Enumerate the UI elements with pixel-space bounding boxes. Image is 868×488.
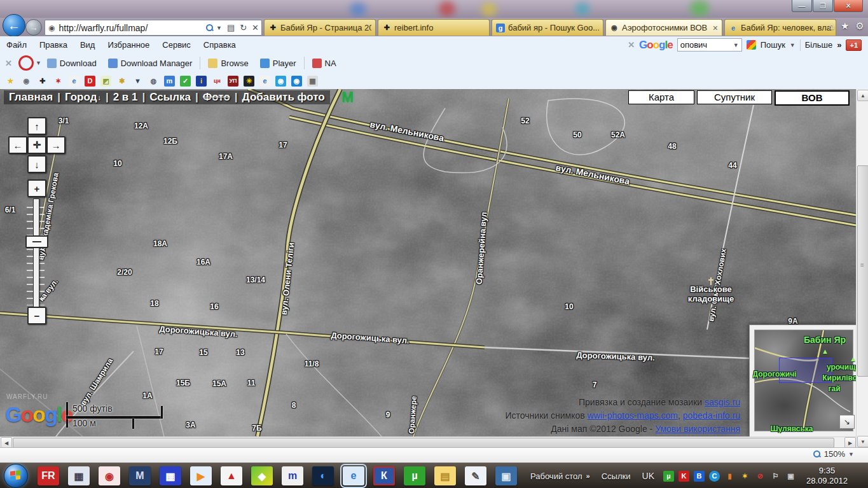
calculator-app[interactable]: ▦ [68, 466, 90, 485]
photo-viewer-app[interactable]: ▣ [495, 466, 517, 485]
n-circle-icon[interactable]: ◍ [148, 76, 159, 87]
utorrent-app[interactable]: µ [404, 466, 425, 485]
green-shield-icon[interactable]: ✓ [180, 76, 191, 87]
fr-app[interactable]: FR [38, 466, 59, 485]
favorites-icon[interactable]: ★ [841, 20, 849, 32]
google-more-button[interactable]: Більше [805, 40, 832, 50]
toolbar-close-icon[interactable]: ✕ [0, 59, 17, 68]
start-button[interactable] [4, 464, 28, 488]
iron-cross-icon[interactable]: ✚ [37, 76, 48, 87]
d-icon[interactable]: D [85, 76, 95, 87]
stop-icon[interactable]: ✕ [249, 23, 261, 32]
gear-icon[interactable]: ⚙ [856, 20, 864, 32]
horizontal-scrollbar[interactable]: ◀ ▶ [0, 436, 856, 448]
mosaic-app[interactable]: ▦ [160, 466, 181, 485]
info-icon[interactable]: i [196, 76, 207, 87]
red-star-icon[interactable]: ✶ [53, 76, 64, 87]
media-player-app[interactable]: ▶ [190, 466, 212, 485]
remove-hw-tray-icon[interactable]: ▣ [785, 471, 796, 482]
search-dropdown-icon[interactable]: ▼ [214, 25, 224, 31]
browser-tab[interactable]: ✚reibert.info [378, 19, 490, 36]
menu-Файл[interactable]: Файл [0, 40, 33, 50]
browser-tab[interactable]: ◉Аэрофотоснимки ВОВ× [605, 19, 722, 36]
forward-button[interactable]: → [25, 19, 42, 36]
tsn-icon[interactable]: цн [212, 76, 223, 87]
ie-app[interactable]: e [343, 466, 364, 485]
site-nav-2[interactable]: Город [65, 91, 97, 104]
page-zoom-control[interactable]: 150% ▼ [811, 449, 854, 459]
window-titlebar[interactable]: — ❐ ✕ [0, 0, 868, 18]
bee-icon[interactable]: ✱ [116, 76, 127, 87]
chevron-down-icon[interactable]: ▼ [790, 42, 796, 48]
q-button-icon[interactable] [18, 55, 34, 71]
flag-tray-icon[interactable]: ⚐ [770, 471, 781, 482]
drop2-icon[interactable]: ◉ [291, 76, 302, 87]
horizontal-scroll-thumb[interactable] [13, 438, 834, 448]
pan-center-button[interactable]: ✛ [27, 136, 46, 154]
adobe-reader-app[interactable]: ▲ [221, 466, 242, 485]
m-circle-icon[interactable]: m [164, 76, 175, 87]
google-toolbar-close-icon[interactable]: ✕ [628, 40, 635, 50]
chevron-down-icon[interactable]: ▼ [36, 60, 41, 66]
search-icon[interactable] [206, 24, 213, 31]
toolbar-button-browse[interactable]: Browse [202, 59, 254, 68]
drop-icon[interactable]: ◉ [275, 76, 286, 87]
taskbar-clock[interactable]: 9:35 28.09.2012 [806, 466, 848, 486]
chevron-down-icon[interactable]: ▼ [848, 451, 854, 457]
site-nav-6[interactable]: Добавить фото [242, 91, 325, 104]
language-indicator[interactable]: UK [642, 471, 654, 481]
explorer-app[interactable]: ▤ [434, 466, 456, 485]
url-text[interactable]: http://warfly.ru/fullmap/ [59, 23, 203, 33]
browser-tab[interactable]: gбабий яр - Пошук Goo... [492, 19, 603, 36]
double-chevron-icon[interactable]: » [837, 40, 841, 50]
attribution-link[interactable]: Умови використання [655, 424, 740, 434]
site-nav-3[interactable]: 2 в 1 [113, 91, 138, 104]
back-button[interactable]: ← [3, 14, 25, 37]
chevron-down-icon[interactable]: ▼ [733, 42, 739, 48]
attribution-link[interactable]: sasgis.ru [705, 397, 740, 407]
bluetooth-tray-icon[interactable]: B [694, 471, 705, 482]
menu-Вид[interactable]: Вид [74, 40, 102, 50]
utorrent-tray-icon[interactable]: µ [663, 471, 674, 482]
zoom-slider-track[interactable] [33, 199, 39, 309]
zoom-in-button[interactable]: + [27, 179, 46, 197]
google-search-button[interactable]: Пошук [761, 40, 785, 50]
vertical-scrollbar[interactable]: ▲ ▼ [856, 89, 868, 447]
ie-doc-icon[interactable]: e [259, 76, 270, 87]
zoom-out-button[interactable]: − [27, 307, 46, 324]
star-arrow-icon[interactable]: ★ [5, 76, 16, 87]
home-icon[interactable]: ⌂ [829, 20, 834, 32]
minimap-expand-button[interactable]: ↘ [839, 415, 855, 429]
pan-down-button[interactable]: ↓ [27, 155, 46, 173]
up-icon[interactable]: УП [228, 76, 238, 87]
paint-app[interactable]: ✎ [465, 466, 486, 485]
maximize-button[interactable]: ❐ [813, 0, 833, 12]
menu-Сервис[interactable]: Сервис [156, 40, 197, 50]
signature-app[interactable]: m [282, 466, 303, 485]
pan-right-button[interactable]: → [46, 136, 65, 154]
toolbar-button-download-manager[interactable]: Download Manager [102, 59, 198, 68]
shield-app[interactable]: ◆ [251, 466, 273, 485]
toolbar-button-player[interactable]: Player [254, 59, 302, 68]
graph-app[interactable]: ◉ [99, 466, 120, 485]
scroll-down-icon[interactable]: ▼ [857, 436, 868, 447]
toolbar-button-download[interactable]: Download [41, 59, 102, 68]
mute-tray-icon[interactable]: ⊘ [755, 471, 766, 482]
menu-Справка[interactable]: Справка [197, 40, 242, 50]
map-canvas[interactable]: вул. Мельниковавул. Мельниковавул. Акаде… [0, 89, 856, 436]
vertical-scroll-thumb[interactable] [857, 165, 868, 377]
map-type-вов[interactable]: ВОВ [775, 90, 850, 106]
close-button[interactable]: ✕ [834, 0, 863, 12]
ie-doc-icon[interactable]: e [69, 76, 79, 87]
attribution-link[interactable]: pobeda-info.ru [683, 410, 740, 421]
spark-tray-icon[interactable]: ✶ [740, 471, 750, 482]
map-type-карта[interactable]: Карта [628, 90, 694, 104]
browser-tab[interactable]: eБабий Яр: человек, вла... [724, 19, 836, 36]
site-nav-5[interactable]: Фото [203, 91, 230, 104]
kiev-app[interactable]: К [373, 466, 395, 485]
links-toolbar-label[interactable]: Ссылки [602, 471, 631, 481]
metro-icon[interactable]: М [341, 89, 354, 106]
menu-Правка[interactable]: Правка [33, 40, 74, 50]
attribution-link[interactable]: wwii-photos-maps.com [588, 410, 678, 421]
tab-close-icon[interactable]: × [713, 23, 718, 33]
